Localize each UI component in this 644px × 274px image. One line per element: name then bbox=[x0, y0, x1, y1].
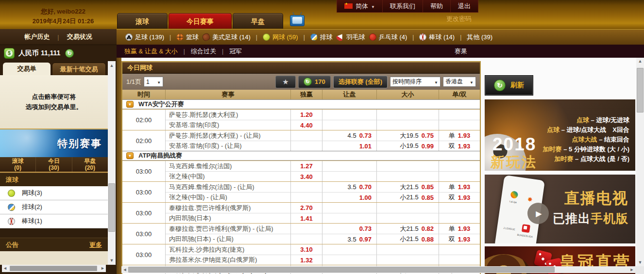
refresh-button[interactable]: 刷新 bbox=[485, 75, 533, 96]
odds-total[interactable]: 小21.50.88 bbox=[377, 234, 439, 244]
collapse-icon[interactable]: ▼ bbox=[126, 152, 134, 159]
favorites-button[interactable] bbox=[275, 76, 296, 88]
sportsnav-item-tennis[interactable]: 网球 (59) bbox=[263, 33, 298, 42]
scroll-up-arrow[interactable]: ▲ bbox=[108, 62, 116, 69]
column-headers: 时间 赛事 独赢 让盘 大小 单/双 bbox=[122, 90, 480, 99]
odds-total[interactable]: 大21.50.82 bbox=[377, 224, 439, 234]
odds-moneyline[interactable]: 1.41 bbox=[291, 213, 322, 223]
sidebar-sport-item[interactable]: 排球(2) bbox=[0, 200, 108, 214]
scroll-right-arrow[interactable]: ► bbox=[100, 265, 106, 272]
sidebar-count-tab-早盘[interactable]: 早盘(20) bbox=[72, 157, 108, 172]
odds-oddeven[interactable]: 单1.93 bbox=[439, 130, 480, 141]
odds-moneyline[interactable]: 1.20 bbox=[291, 110, 322, 120]
sidebar-count-tab-滚球[interactable]: 滚球(0) bbox=[0, 157, 36, 172]
sidebar-count-tab-今日[interactable]: 今日(30) bbox=[36, 157, 72, 172]
odds-oddeven[interactable]: 双1.93 bbox=[439, 234, 480, 244]
odds-moneyline[interactable]: 1.27 bbox=[291, 161, 322, 171]
scroll-left-arrow[interactable]: ◄ bbox=[121, 266, 128, 273]
live-tv-banner[interactable]: LaLiga ✸ J.LEAGUE BUNDESLIGA 直播电视 已推出手机版 bbox=[485, 175, 635, 243]
odds-handicap[interactable]: 1.01 bbox=[322, 141, 377, 151]
odds-total[interactable]: 大21.50.85 bbox=[377, 182, 439, 192]
odds-moneyline[interactable]: 3.10 bbox=[291, 244, 322, 255]
odds-moneyline bbox=[291, 141, 322, 151]
odds-moneyline[interactable]: 4.40 bbox=[291, 120, 322, 130]
logout-link[interactable]: 退出 bbox=[451, 0, 478, 12]
match-row: 03:00马克西姆.詹维尔(法国) - (让局)3.50.70大21.50.85… bbox=[122, 181, 480, 202]
sidebar-sport-item[interactable]: 棒球(1) bbox=[0, 214, 108, 228]
scroll-left-arrow[interactable]: ◄ bbox=[2, 265, 8, 272]
page-info: 1/1页 bbox=[126, 78, 141, 86]
sportsnav-item-volleyball[interactable]: 排球 bbox=[310, 33, 333, 42]
contact-link[interactable]: 联系我们 bbox=[383, 0, 423, 12]
tab-early[interactable]: 早盘 bbox=[233, 13, 283, 29]
sports-nav: 足球 (139)篮球美式足球 (14)网球 (59)排球羽毛球乒乓球 (4)棒球… bbox=[117, 29, 644, 45]
subnav-outright[interactable]: 冠军 bbox=[229, 47, 242, 56]
odds-oddeven bbox=[439, 244, 480, 255]
page-vertical-scrollbar-thumb[interactable] bbox=[637, 68, 644, 113]
tab-today[interactable]: 今日赛事 bbox=[169, 13, 232, 29]
select-league-button[interactable]: 选择联赛 (全部) bbox=[333, 76, 388, 88]
sportsnav-item-basketball[interactable]: 篮球 bbox=[176, 33, 199, 42]
tab-live[interactable]: 滚球 bbox=[117, 13, 168, 29]
scroll-down-arrow[interactable]: ▼ bbox=[108, 257, 116, 264]
scroll-down-arrow[interactable]: ▼ bbox=[636, 258, 644, 266]
special-events-banner[interactable]: 特别赛事 bbox=[0, 129, 108, 157]
livetv-sub-gold: 手机版 bbox=[591, 211, 628, 225]
sportsnav-item-baseball[interactable]: 棒球 (14) bbox=[419, 33, 455, 42]
odds-oddeven[interactable]: 单1.93 bbox=[439, 224, 480, 234]
trade-status-link[interactable]: 交易状况 bbox=[67, 32, 92, 41]
odds-oddeven[interactable]: 双1.93 bbox=[439, 141, 480, 151]
sportsnav-item-pingpong[interactable]: 乒乓球 (4) bbox=[369, 33, 407, 42]
subnav-parlay[interactable]: 综合过关 bbox=[191, 47, 216, 56]
play-icon[interactable] bbox=[527, 203, 549, 224]
sort-select[interactable]: 按時間排序 bbox=[390, 77, 441, 87]
odds-oddeven bbox=[439, 110, 480, 120]
odds-value: 0.73 bbox=[359, 132, 372, 139]
notice-more-link[interactable]: 更多 bbox=[89, 241, 102, 249]
refresh-balance-icon[interactable] bbox=[65, 49, 74, 58]
change-password-link[interactable]: 更改密码 bbox=[437, 15, 481, 23]
odds-oddeven[interactable]: 单1.93 bbox=[439, 182, 480, 192]
col-moneyline: 独赢 bbox=[291, 90, 322, 99]
odds-format-select[interactable]: 香港盘 bbox=[443, 77, 476, 87]
promo-line-label: 点球 bbox=[576, 116, 589, 124]
odds-value: 1.00 bbox=[359, 194, 372, 201]
promo-line: 点球 – 进球/无进球 bbox=[543, 115, 629, 125]
refresh-count-button[interactable]: 170 bbox=[298, 76, 331, 88]
odds-handicap[interactable]: 0.73 bbox=[322, 224, 377, 234]
sidebar-vertical-scrollbar-thumb[interactable] bbox=[108, 183, 115, 232]
odds-total[interactable]: 大19.50.75 bbox=[377, 130, 439, 141]
odds-moneyline[interactable]: 2.70 bbox=[291, 203, 322, 213]
sidebar-horizontal-scrollbar-thumb[interactable] bbox=[10, 266, 97, 271]
scroll-right-arrow[interactable]: ► bbox=[628, 266, 635, 273]
tv-icon[interactable] bbox=[290, 15, 305, 26]
help-link[interactable]: 帮助 bbox=[423, 0, 451, 12]
collapse-icon[interactable]: ▼ bbox=[126, 101, 134, 108]
sidebar-sport-item[interactable]: 网球(3) bbox=[0, 186, 108, 200]
subnav-win-handicap-totals[interactable]: 独赢 & 让盘 & 大小 bbox=[124, 47, 178, 56]
language-menu[interactable]: 简体 bbox=[337, 0, 383, 12]
page-select[interactable]: 1 bbox=[144, 77, 163, 87]
odds-moneyline[interactable]: 1.32 bbox=[291, 255, 322, 265]
scroll-up-arrow[interactable]: ▲ bbox=[636, 58, 644, 64]
sportsnav-item-soccer[interactable]: 足球 (139) bbox=[125, 33, 164, 42]
main-horizontal-scrollbar-thumb[interactable] bbox=[128, 267, 555, 273]
results-link[interactable]: 赛果 bbox=[455, 47, 467, 56]
sportsnav-item-other[interactable]: 其他 (39) bbox=[467, 33, 492, 42]
sportsnav-item-badminton[interactable]: 羽毛球 bbox=[337, 33, 365, 42]
tab-recent-bets[interactable]: 最新十笔交易 bbox=[52, 63, 106, 75]
account-history-link[interactable]: 帐户历史 bbox=[24, 32, 50, 41]
odds-handicap[interactable]: 1.00 bbox=[322, 192, 377, 202]
odds-handicap[interactable]: 4.50.73 bbox=[322, 130, 377, 141]
odds-total[interactable]: 小19.50.99 bbox=[377, 141, 439, 151]
sportsnav-item-amfootball[interactable]: 美式足球 (14) bbox=[203, 33, 251, 42]
odds-total[interactable]: 小21.50.85 bbox=[377, 192, 439, 202]
sidebar-vertical-scrollbar[interactable] bbox=[108, 61, 116, 265]
odds-handicap[interactable]: 3.50.70 bbox=[322, 182, 377, 192]
promo-2018-banner[interactable]: 2018 新玩法 点球 – 进球/无进球点球 – 进球/点球大战 X回合点球大战… bbox=[485, 99, 635, 171]
odds-handicap[interactable]: 3.50.97 bbox=[322, 234, 377, 244]
tab-betslip[interactable]: 交易单 bbox=[3, 63, 51, 75]
odds-oddeven[interactable]: 双1.93 bbox=[439, 192, 480, 202]
odds-moneyline[interactable]: 3.40 bbox=[291, 171, 322, 181]
odds-handicap bbox=[322, 171, 377, 181]
